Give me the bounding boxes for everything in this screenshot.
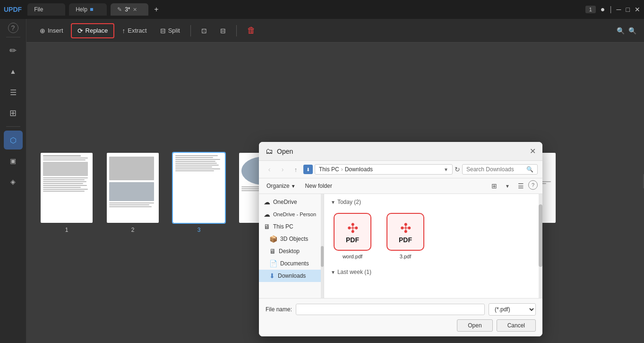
- maximize-button[interactable]: □: [626, 6, 630, 13]
- pdf-label-word: PDF: [346, 236, 359, 244]
- sidebar-icon-shapes[interactable]: ▲: [4, 62, 23, 81]
- nav-item-onedrive[interactable]: ☁ OneDrive: [259, 196, 324, 208]
- insert-button[interactable]: ⊕ Insert: [34, 24, 69, 37]
- dialog-close-button[interactable]: ✕: [530, 147, 536, 156]
- page-thumb-2[interactable]: [107, 153, 159, 223]
- arrange-right-button[interactable]: ⊟: [215, 24, 232, 37]
- page-thumb-1[interactable]: [41, 153, 93, 223]
- replace-icon: ⟳: [77, 27, 83, 35]
- breadcrumb-downloads: Downloads: [345, 166, 373, 173]
- left-sidebar: ? ✏ ▲ ☰ ⊞ ⬡ ▣ ◈ ◀: [0, 19, 26, 343]
- cancel-button[interactable]: Cancel: [497, 319, 536, 332]
- nav-item-desktop[interactable]: 🖥 Desktop: [259, 245, 324, 257]
- dialog-titlebar: 🗂 Open ✕: [259, 142, 542, 161]
- today-files-grid: ✣ PDF word.pdf ✣ PDF 3.pdf: [331, 210, 536, 262]
- desktop-icon: 🖥: [269, 247, 276, 255]
- organize-label: Organize: [266, 183, 290, 189]
- new-tab-button[interactable]: +: [154, 5, 158, 14]
- sidebar-icon-grid[interactable]: ⊞: [4, 104, 23, 123]
- tab-file-label: File: [34, 6, 43, 13]
- organize-button[interactable]: Organize ▼: [264, 181, 299, 191]
- nav-up-button[interactable]: ↑: [290, 164, 301, 175]
- sidebar-icon-annotate[interactable]: ✏: [4, 41, 23, 60]
- files-scrollbar[interactable]: [539, 194, 542, 298]
- search-input[interactable]: [466, 166, 524, 173]
- filetype-select[interactable]: (*.pdf) (*.doc) (*.all): [489, 303, 536, 316]
- dialog-nav-sidebar: ☁ OneDrive ☁ OneDrive - Person 🖥 This PC…: [259, 194, 324, 298]
- pdf-symbol-word: ✣: [347, 220, 358, 236]
- delete-button[interactable]: 🗑: [241, 23, 261, 38]
- sidebar-scrollbar-thumb: [321, 246, 324, 267]
- zoom-in-button[interactable]: 🔍: [628, 27, 636, 35]
- sidebar-icon-help[interactable]: ?: [8, 23, 18, 33]
- help-dot: [90, 8, 93, 11]
- sidebar-divider-1: [6, 37, 20, 37]
- page-item-1: 1: [41, 153, 93, 233]
- new-folder-button[interactable]: New folder: [302, 181, 335, 191]
- dialog-help-button[interactable]: ?: [528, 180, 538, 190]
- user-avatar[interactable]: ●: [601, 5, 605, 14]
- filename-input[interactable]: [296, 304, 485, 315]
- extract-button[interactable]: ↑ Extract: [116, 24, 152, 37]
- replace-button[interactable]: ⟳ Replace: [71, 23, 115, 38]
- sidebar-icon-pages[interactable]: ⬡: [4, 131, 23, 150]
- breadcrumb-sep-1: ›: [341, 166, 343, 173]
- onedrive-person-icon: ☁: [264, 211, 270, 218]
- nav-refresh-button[interactable]: ↻: [455, 166, 460, 173]
- nav-item-onedrive-label: OneDrive: [273, 199, 297, 205]
- sidebar-icon-layers[interactable]: ▣: [4, 151, 23, 170]
- view-dropdown-button[interactable]: ▼: [502, 180, 513, 192]
- nav-back-button[interactable]: ‹: [264, 164, 275, 175]
- page-thumb-3[interactable]: [173, 153, 225, 223]
- split-button[interactable]: ⊟ Split: [155, 24, 186, 37]
- page-num-1: 1: [65, 227, 69, 233]
- breadcrumb-thispc: This PC: [319, 166, 339, 173]
- filename-label: File name:: [266, 306, 292, 313]
- zoom-controls: 🔍 🔍: [617, 27, 636, 35]
- nav-item-onedrive-person[interactable]: ☁ OneDrive - Person: [259, 208, 324, 220]
- view-details-button[interactable]: ☰: [515, 180, 526, 192]
- tab-help[interactable]: Help: [69, 3, 107, 16]
- tab-close-button[interactable]: ✕: [133, 7, 137, 13]
- pdf-icon-3: ✣ PDF: [386, 213, 424, 251]
- file-item-word-pdf[interactable]: ✣ PDF word.pdf: [331, 210, 374, 262]
- tab-file[interactable]: File: [27, 3, 65, 16]
- breadcrumb-dropdown-icon[interactable]: ▼: [444, 167, 448, 172]
- breadcrumb-bar[interactable]: This PC › Downloads ▼: [315, 164, 453, 175]
- tab-edit-icon: ✎: [117, 6, 122, 13]
- arrange-left-button[interactable]: ⊡: [196, 24, 213, 37]
- nav-forward-button[interactable]: ›: [277, 164, 288, 175]
- dialog-title-icon: 🗂: [266, 147, 273, 156]
- section-today-chevron[interactable]: ▼: [331, 200, 335, 205]
- thispc-icon: 🖥: [264, 223, 270, 230]
- onedrive-icon: ☁: [264, 198, 270, 206]
- sidebar-icon-tools[interactable]: ◈: [4, 172, 23, 191]
- dialog-files-area: ▼ Today (2) ✣ PDF word.pdf ✣ PDF: [324, 194, 542, 298]
- section-lastweek: ▼ Last week (1): [331, 269, 536, 275]
- tab-document[interactable]: ✎ 3* ✕: [111, 3, 148, 16]
- open-dialog: 🗂 Open ✕ ‹ › ↑ ⬇ This PC › Downloads ▼ ↻…: [259, 142, 542, 336]
- nav-item-thispc-label: This PC: [273, 223, 293, 230]
- minimize-button[interactable]: ─: [617, 6, 621, 13]
- titlebar: UPDF File Help ✎ 3* ✕ + 1 ● | ─ □ ✕: [0, 0, 644, 19]
- sidebar-icon-list[interactable]: ☰: [4, 83, 23, 102]
- open-button[interactable]: Open: [457, 319, 492, 332]
- window-controls: 1 ● | ─ □ ✕: [585, 5, 640, 14]
- sidebar-scrollbar[interactable]: [321, 194, 324, 298]
- section-today-label: Today (2): [337, 199, 361, 205]
- section-lastweek-chevron[interactable]: ▼: [331, 270, 335, 275]
- toolbar-separator-1: [190, 25, 191, 36]
- nav-item-3dobjects[interactable]: 📦 3D Objects: [259, 233, 324, 245]
- dialog-title: Open: [277, 148, 293, 155]
- view-large-icons-button[interactable]: ⊞: [489, 180, 500, 192]
- dialog-navbar: ‹ › ↑ ⬇ This PC › Downloads ▼ ↻ 🔍: [259, 161, 542, 178]
- nav-item-documents[interactable]: 📄 Documents: [259, 257, 324, 270]
- nav-item-desktop-label: Desktop: [279, 248, 300, 255]
- nav-item-downloads[interactable]: ⬇ Downloads: [259, 270, 324, 282]
- zoom-out-button[interactable]: 🔍: [617, 27, 625, 35]
- nav-item-thispc[interactable]: 🖥 This PC: [259, 220, 324, 233]
- file-item-3-pdf[interactable]: ✣ PDF 3.pdf: [384, 210, 427, 262]
- close-button[interactable]: ✕: [635, 6, 640, 13]
- insert-label: Insert: [48, 27, 63, 34]
- documents-icon: 📄: [269, 260, 277, 267]
